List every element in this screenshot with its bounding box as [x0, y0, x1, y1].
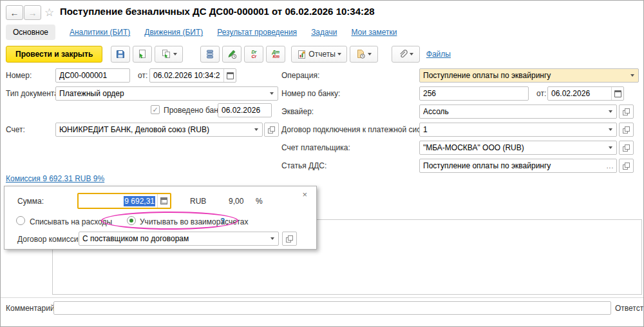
- operation-input[interactable]: [420, 71, 626, 80]
- document-window: ← → ☆ Поступление безналичных ДС ДС00-00…: [0, 0, 644, 327]
- acquirer-field[interactable]: [419, 104, 617, 119]
- acquirer-label: Эквайер:: [281, 107, 314, 116]
- account-input[interactable]: [56, 125, 250, 134]
- acquirer-open-button[interactable]: [619, 104, 634, 119]
- number-date-label: от:: [138, 71, 147, 80]
- comment-label: Комментарий:: [6, 304, 57, 313]
- posted-by-bank-checkbox[interactable]: ✓: [151, 105, 160, 114]
- bank-number-label: Номер по банку:: [281, 89, 340, 98]
- register-records-button[interactable]: [200, 46, 220, 63]
- number-field[interactable]: [55, 68, 130, 83]
- bank-number-field[interactable]: [419, 86, 529, 101]
- reports-button[interactable]: Отчеты: [291, 46, 346, 63]
- tab-tasks[interactable]: Задачи: [311, 28, 337, 37]
- forward-button[interactable]: →: [24, 5, 41, 20]
- post-document-icon: [137, 49, 147, 59]
- open-icon: [623, 163, 630, 170]
- doc-type-input[interactable]: [56, 89, 265, 98]
- operation-field[interactable]: [419, 68, 639, 83]
- help-link[interactable]: ?: [220, 217, 225, 226]
- favorite-star-icon[interactable]: ☆: [44, 6, 54, 19]
- commission-contract-open-button[interactable]: [282, 232, 297, 246]
- paperclip-icon: [397, 49, 408, 59]
- open-icon: [623, 126, 630, 134]
- tab-my-notes[interactable]: Мои заметки: [351, 28, 397, 37]
- document-history-button[interactable]: [350, 46, 378, 63]
- chevron-down-icon: [609, 110, 612, 113]
- document-datetime-field[interactable]: [149, 68, 236, 83]
- chevron-down-icon: [270, 237, 274, 240]
- back-arrow-icon: ←: [10, 8, 19, 18]
- close-icon[interactable]: ×: [302, 190, 307, 199]
- reports-label: Отчеты: [308, 50, 335, 59]
- acquirer-dropdown-button[interactable]: [604, 105, 616, 118]
- doc-type-dropdown-button[interactable]: [265, 87, 278, 100]
- calendar-button[interactable]: [223, 69, 236, 82]
- operation-label: Операция:: [281, 71, 319, 80]
- tab-bar: Основное Аналитики (БИТ) Движения (БИТ) …: [6, 24, 397, 41]
- create-based-on-button[interactable]: [155, 46, 183, 63]
- cash-flow-item-field[interactable]: ...: [419, 159, 617, 173]
- save-button[interactable]: [111, 46, 130, 63]
- posting-mode-button[interactable]: [222, 46, 242, 63]
- acquirer-input[interactable]: [420, 107, 604, 116]
- calculator-button[interactable]: [157, 194, 170, 208]
- files-link[interactable]: Файлы: [426, 50, 451, 59]
- cash-flow-item-label: Статья ДДС:: [281, 161, 327, 170]
- bank-date-input[interactable]: [548, 89, 611, 98]
- payment-system-contract-label: Договор подключения к платежной системе:: [281, 125, 440, 134]
- pen-clock-icon: [227, 49, 237, 59]
- tab-posting-result[interactable]: Результат проведения: [217, 28, 297, 37]
- commission-contract-input[interactable]: [79, 234, 266, 243]
- sum-field[interactable]: 9 692,31: [77, 193, 171, 209]
- chevron-down-icon: [630, 74, 634, 77]
- open-icon: [623, 144, 630, 152]
- document-datetime-input[interactable]: [150, 71, 223, 80]
- comment-field[interactable]: [53, 301, 611, 315]
- cash-flow-item-input[interactable]: [420, 161, 604, 170]
- cash-flow-item-open-button[interactable]: [619, 159, 634, 173]
- tab-movements-bit[interactable]: Движения (БИТ): [144, 28, 203, 37]
- payer-account-input[interactable]: [420, 143, 604, 152]
- mutual-settlements-radio[interactable]: [127, 216, 136, 225]
- post-document-button[interactable]: [133, 46, 152, 63]
- commission-contract-dropdown-button[interactable]: [266, 232, 278, 245]
- commission-link[interactable]: Комиссия 9 692.31 RUB 9%: [6, 174, 104, 183]
- dropdown-caret-icon: [337, 53, 341, 55]
- sum-value[interactable]: 9 692,31: [79, 197, 157, 206]
- tab-main[interactable]: Основное: [6, 25, 55, 40]
- posted-by-bank-date-input[interactable]: [218, 106, 271, 115]
- bank-number-input[interactable]: [420, 89, 528, 98]
- payment-system-contract-input[interactable]: [420, 125, 604, 134]
- payer-account-dropdown-button[interactable]: [604, 141, 616, 154]
- payer-account-field[interactable]: [419, 141, 617, 155]
- account-dropdown-button[interactable]: [250, 123, 262, 136]
- doc-type-field[interactable]: [55, 86, 278, 101]
- payer-account-open-button[interactable]: [619, 141, 634, 155]
- number-input[interactable]: [56, 71, 129, 80]
- bank-date-field[interactable]: [547, 86, 624, 101]
- commission-contract-field[interactable]: [79, 232, 279, 246]
- account-field[interactable]: [55, 123, 263, 137]
- ellipsis-icon: ...: [607, 163, 614, 170]
- post-and-close-button[interactable]: Провести и закрыть: [6, 46, 102, 63]
- write-off-expenses-radio[interactable]: [16, 216, 25, 225]
- operation-dropdown-button[interactable]: [626, 69, 638, 82]
- commission-popup: × Сумма: 9 692,31 RUB 9,00 % Списывать н…: [4, 186, 317, 250]
- payment-system-contract-field[interactable]: [419, 123, 617, 137]
- calendar-button[interactable]: [611, 87, 623, 100]
- payment-system-contract-dropdown-button[interactable]: [604, 123, 616, 136]
- tab-analytics-bit[interactable]: Аналитики (БИТ): [70, 28, 130, 37]
- dropdown-caret-icon: [368, 53, 372, 55]
- cash-flow-item-choose-button[interactable]: ...: [604, 159, 616, 172]
- posted-by-bank-date-field[interactable]: [218, 103, 272, 117]
- back-button[interactable]: ←: [6, 5, 23, 20]
- dr-cr-button[interactable]: DrCr: [244, 46, 263, 63]
- currency-label: RUB: [190, 197, 206, 206]
- dt-kt-button[interactable]: ДтКт: [266, 46, 285, 63]
- payment-system-contract-open-button[interactable]: [619, 123, 634, 137]
- account-open-button[interactable]: [264, 123, 279, 137]
- attachments-button[interactable]: [392, 46, 420, 63]
- comment-input[interactable]: [54, 304, 611, 313]
- check-icon: ✓: [152, 106, 158, 114]
